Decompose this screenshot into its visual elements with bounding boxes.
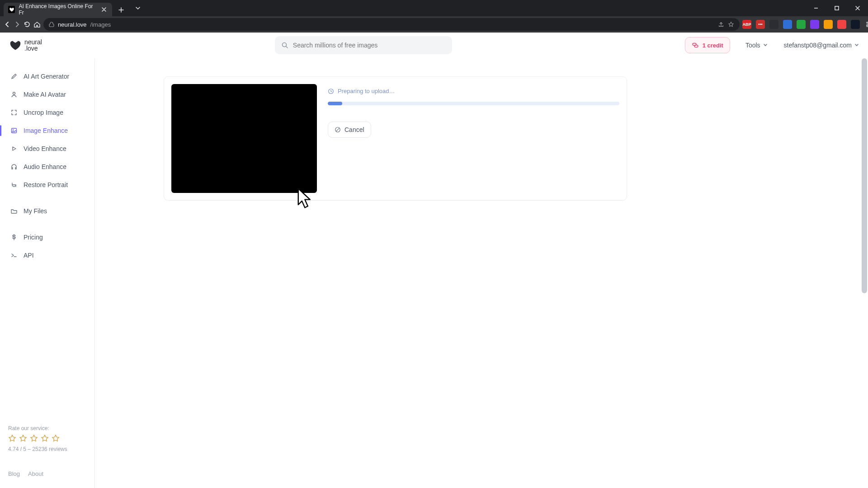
- sidebar-item-video-enhance[interactable]: Video Enhance: [0, 140, 94, 158]
- logo-text-line2: .love: [24, 45, 42, 52]
- sidebar-item-label: Uncrop Image: [24, 109, 63, 116]
- cancel-button[interactable]: Cancel: [328, 122, 371, 138]
- logo[interactable]: neural .love: [9, 39, 42, 52]
- ext-lastpass-icon[interactable]: •••: [756, 20, 765, 29]
- app-body: AI Art Generator Make AI Avatar Uncrop I…: [0, 58, 868, 488]
- star-icon[interactable]: [19, 434, 27, 442]
- footer-link-about[interactable]: About: [28, 470, 43, 477]
- ext-generic-2-icon[interactable]: [783, 20, 792, 29]
- upload-card: Preparing to upload… Cancel: [164, 76, 627, 201]
- logo-icon: [9, 39, 22, 52]
- upload-progress-bar: [328, 102, 342, 105]
- tab-strip: AI Enhance Images Online For Fr: [0, 0, 868, 16]
- sidebar-item-ai-art-generator[interactable]: AI Art Generator: [0, 67, 94, 85]
- user-menu[interactable]: stefanstp08@gmail.com: [784, 42, 859, 49]
- coins-icon: [692, 42, 699, 49]
- sidebar-item-uncrop-image[interactable]: Uncrop Image: [0, 103, 94, 122]
- tab-title: AI Enhance Images Online For Fr: [19, 3, 97, 16]
- terminal-icon: [10, 252, 18, 259]
- svg-point-15: [13, 129, 14, 130]
- window-close-button[interactable]: [847, 0, 868, 16]
- url-path: /images: [90, 21, 111, 28]
- ext-generic-1-icon[interactable]: [769, 20, 778, 29]
- svg-point-13: [13, 92, 15, 94]
- ext-generic-3-icon[interactable]: [797, 20, 806, 29]
- logo-text-line1: neural: [24, 39, 42, 45]
- svg-rect-0: [835, 6, 839, 10]
- sidebar-item-my-files[interactable]: My Files: [0, 202, 94, 220]
- svg-point-9: [19, 43, 20, 44]
- lock-icon: [49, 22, 54, 27]
- sidebar-item-label: Make AI Avatar: [24, 91, 66, 98]
- forward-button[interactable]: [14, 18, 21, 31]
- svg-point-8: [11, 43, 12, 44]
- reload-button[interactable]: [24, 18, 31, 31]
- restore-icon: [10, 181, 18, 188]
- clock-icon: [328, 88, 334, 94]
- sidebar-item-pricing[interactable]: Pricing: [0, 228, 94, 246]
- extensions-puzzle-icon[interactable]: [864, 20, 868, 29]
- tools-dropdown[interactable]: Tools: [745, 42, 768, 49]
- page-scrollbar[interactable]: [862, 58, 867, 293]
- ext-abp-icon[interactable]: ABP: [742, 20, 751, 29]
- rating-stars[interactable]: [8, 434, 86, 442]
- home-button[interactable]: [33, 18, 41, 31]
- svg-point-10: [282, 43, 286, 47]
- rate-label: Rate our service:: [8, 425, 86, 432]
- upload-pane: Preparing to upload… Cancel: [328, 84, 619, 193]
- address-bar[interactable]: neural.love/images: [43, 18, 740, 31]
- play-icon: [10, 145, 18, 152]
- star-icon[interactable]: [41, 434, 49, 442]
- url-host: neural.love: [58, 21, 87, 28]
- star-icon[interactable]: [52, 434, 60, 442]
- favicon-icon: [8, 6, 15, 13]
- rating-text: 4.74 / 5 – 25236 reviews: [8, 446, 86, 452]
- credits-label: 1 credit: [703, 42, 723, 49]
- ext-generic-5-icon[interactable]: [824, 20, 833, 29]
- share-icon[interactable]: [718, 21, 724, 28]
- upload-status-text: Preparing to upload…: [338, 88, 395, 94]
- back-button[interactable]: [4, 18, 11, 31]
- ext-generic-6-icon[interactable]: [837, 20, 846, 29]
- svg-point-12: [694, 45, 698, 47]
- tab-close-button[interactable]: [101, 6, 108, 13]
- search-input[interactable]: [293, 42, 446, 49]
- browser-chrome: AI Enhance Images Online For Fr neural.l…: [0, 0, 868, 33]
- bookmark-icon[interactable]: [728, 21, 734, 28]
- credits-button[interactable]: 1 credit: [685, 37, 730, 53]
- sidebar-item-label: Audio Enhance: [24, 163, 66, 170]
- sidebar-item-label: My Files: [24, 207, 47, 215]
- sidebar-item-label: Pricing: [24, 234, 43, 241]
- sidebar-item-restore-portrait[interactable]: Restore Portrait: [0, 176, 94, 194]
- user-icon: [10, 91, 18, 98]
- content: Preparing to upload… Cancel: [95, 58, 868, 488]
- browser-toolbar: neural.love/images ABP •••: [0, 16, 868, 33]
- sidebar-item-label: AI Art Generator: [24, 73, 69, 80]
- window-maximize-button[interactable]: [826, 0, 847, 16]
- svg-point-6: [12, 41, 13, 42]
- pencil-icon: [10, 73, 18, 80]
- browser-tab[interactable]: AI Enhance Images Online For Fr: [4, 3, 112, 16]
- ext-generic-4-icon[interactable]: [810, 20, 819, 29]
- window-minimize-button[interactable]: [806, 0, 826, 16]
- svg-point-7: [18, 41, 19, 42]
- star-icon[interactable]: [30, 434, 38, 442]
- sidebar-item-audio-enhance[interactable]: Audio Enhance: [0, 158, 94, 176]
- upload-progress: [328, 102, 619, 105]
- user-email: stefanstp08@gmail.com: [784, 42, 852, 49]
- footer-link-blog[interactable]: Blog: [8, 470, 20, 477]
- tab-overflow-button[interactable]: [127, 0, 148, 16]
- sidebar-item-make-ai-avatar[interactable]: Make AI Avatar: [0, 85, 94, 103]
- upload-status: Preparing to upload…: [328, 88, 619, 94]
- dollar-icon: [10, 234, 18, 241]
- cancel-label: Cancel: [344, 126, 364, 133]
- new-tab-button[interactable]: [115, 4, 127, 16]
- sidebar-item-label: API: [24, 252, 34, 259]
- chevron-down-icon: [763, 43, 768, 47]
- chevron-down-icon: [854, 43, 859, 47]
- search-field[interactable]: [275, 36, 452, 54]
- ext-generic-7-icon[interactable]: [851, 20, 860, 29]
- sidebar-item-image-enhance[interactable]: Image Enhance: [0, 122, 94, 140]
- sidebar-item-api[interactable]: API: [0, 246, 94, 264]
- star-icon[interactable]: [8, 434, 16, 442]
